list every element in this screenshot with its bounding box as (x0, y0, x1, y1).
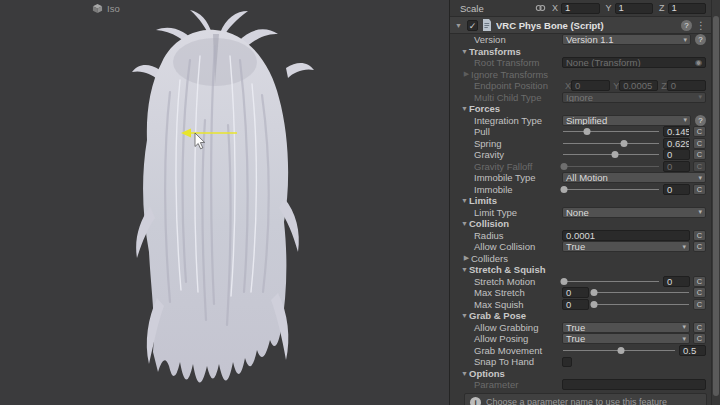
immobile-value-field[interactable]: 0 (663, 184, 690, 195)
root-transform-object-field[interactable]: None (Transform) ◉ (562, 57, 706, 68)
transform-scale-row: Scale X 1 Y 1 Z 1 (450, 0, 711, 17)
slider-thumb[interactable] (618, 347, 625, 354)
pull-slider[interactable] (562, 126, 660, 137)
row-ignore-transforms[interactable]: ▶ Ignore Transforms (450, 69, 711, 81)
row-colliders[interactable]: ▶ Colliders (450, 253, 711, 265)
endpoint-z-field[interactable]: 0 (667, 80, 706, 91)
grab-movement-label: Grab Movement (450, 345, 562, 356)
root-transform-label: Root Transform (450, 57, 562, 68)
allow-posing-dropdown[interactable]: True ▾ (562, 333, 690, 344)
endpoint-y-field[interactable]: 0.0005 (619, 80, 658, 91)
stretch-motion-value-field[interactable]: 0 (663, 276, 690, 287)
row-pull: Pull 0.145 C (450, 126, 711, 138)
dropdown-arrow-icon: ▾ (683, 116, 687, 124)
section-title: Limits (469, 195, 497, 206)
stretch-motion-slider[interactable] (562, 276, 660, 287)
gravity-falloff-slider[interactable] (562, 161, 660, 172)
inspector-scrollbar[interactable] (711, 0, 720, 405)
integration-type-help-button[interactable]: ? (695, 115, 706, 126)
row-immobile-type: Immobile Type All Motion ▾ (450, 172, 711, 184)
radius-label: Radius (450, 230, 562, 241)
scene-orientation-widget[interactable]: Iso (92, 3, 120, 14)
slider-thumb[interactable] (620, 140, 627, 147)
multi-child-type-dropdown[interactable]: Ignore ▾ (562, 92, 706, 103)
max-stretch-curve-button[interactable]: C (693, 287, 706, 298)
scene-viewport[interactable]: Iso (0, 0, 449, 405)
allow-grabbing-dropdown[interactable]: True ▾ (562, 322, 690, 333)
gravity-value-field[interactable]: 0 (663, 149, 690, 160)
max-squish-label: Max Squish (450, 299, 562, 310)
allow-posing-curve-button[interactable]: C (693, 333, 706, 344)
scale-z-field[interactable]: 1 (668, 3, 706, 14)
section-limits[interactable]: ▼ Limits (450, 195, 711, 207)
radius-field[interactable]: 0.0001 (562, 230, 690, 241)
slider-thumb[interactable] (560, 163, 567, 170)
pull-curve-button[interactable]: C (693, 126, 706, 137)
slider-thumb[interactable] (590, 301, 597, 308)
limit-type-value: None (566, 207, 589, 218)
snap-to-hand-label: Snap To Hand (450, 356, 562, 367)
spring-curve-button[interactable]: C (693, 138, 706, 149)
foldout-open-icon: ▼ (460, 220, 469, 227)
row-spring: Spring 0.629 C (450, 138, 711, 150)
section-forces[interactable]: ▼ Forces (450, 103, 711, 115)
allow-posing-label: Allow Posing (450, 333, 562, 344)
gravity-slider[interactable] (562, 149, 660, 160)
grab-movement-slider[interactable] (562, 345, 676, 356)
section-grab-pose[interactable]: ▼ Grab & Pose (450, 310, 711, 322)
gravity-falloff-curve-button[interactable]: C (693, 161, 706, 172)
component-foldout-icon[interactable]: ▼ (454, 22, 463, 29)
immobile-curve-button[interactable]: C (693, 184, 706, 195)
max-squish-curve-button[interactable]: C (693, 299, 706, 310)
allow-collision-dropdown[interactable]: True ▾ (562, 241, 690, 252)
colliders-label: Colliders (471, 253, 508, 264)
immobile-type-dropdown[interactable]: All Motion ▾ (562, 172, 706, 183)
scrollbar-thumb[interactable] (713, 16, 719, 396)
section-options[interactable]: ▼ Options (450, 368, 711, 380)
gravity-curve-button[interactable]: C (693, 149, 706, 160)
snap-to-hand-checkbox[interactable] (562, 357, 572, 367)
version-help-button[interactable]: ? (695, 34, 706, 45)
object-picker-icon[interactable]: ◉ (695, 58, 702, 68)
component-header[interactable]: ▼ ✓ VRC Phys Bone (Script) ? ⋮ (450, 17, 711, 34)
foldout-open-icon: ▼ (460, 48, 469, 55)
allow-collision-curve-button[interactable]: C (693, 241, 706, 252)
version-dropdown[interactable]: Version 1.1 ▾ (562, 34, 691, 45)
radius-curve-button[interactable]: C (693, 230, 706, 241)
component-enabled-checkbox[interactable]: ✓ (467, 20, 478, 31)
max-squish-slider[interactable] (592, 299, 690, 310)
component-help-button[interactable]: ? (681, 20, 692, 31)
slider-thumb[interactable] (560, 278, 567, 285)
integration-type-label: Integration Type (450, 115, 562, 126)
allow-grabbing-curve-button[interactable]: C (693, 322, 706, 333)
spring-slider[interactable] (562, 138, 660, 149)
parameter-field[interactable] (562, 379, 706, 390)
max-stretch-label: Max Stretch (450, 287, 562, 298)
link-constrain-icon[interactable] (535, 3, 546, 13)
slider-thumb[interactable] (590, 289, 597, 296)
section-title: Options (469, 368, 505, 379)
row-parameter: Parameter (450, 379, 711, 391)
max-squish-value-field[interactable]: 0 (562, 299, 589, 310)
scale-x-field[interactable]: 1 (561, 3, 599, 14)
max-stretch-slider[interactable] (592, 287, 690, 298)
slider-thumb[interactable] (611, 151, 618, 158)
section-stretch-squish[interactable]: ▼ Stretch & Squish (450, 264, 711, 276)
limit-type-dropdown[interactable]: None ▾ (562, 207, 706, 218)
slider-thumb[interactable] (560, 186, 567, 193)
section-collision[interactable]: ▼ Collision (450, 218, 711, 230)
section-transforms[interactable]: ▼ Transforms (450, 46, 711, 58)
scale-y-field[interactable]: 1 (615, 3, 653, 14)
max-stretch-value-field[interactable]: 0 (562, 287, 589, 298)
gravity-falloff-value-field[interactable]: 0 (663, 161, 690, 172)
immobile-slider[interactable] (562, 184, 660, 195)
stretch-motion-curve-button[interactable]: C (693, 276, 706, 287)
integration-type-dropdown[interactable]: Simplified ▾ (562, 115, 691, 126)
slider-thumb[interactable] (584, 128, 591, 135)
grab-movement-value-field[interactable]: 0.5 (679, 345, 706, 356)
row-allow-posing: Allow Posing True ▾ C (450, 333, 711, 345)
spring-value-field[interactable]: 0.629 (663, 138, 690, 149)
endpoint-x-field[interactable]: 0 (571, 80, 610, 91)
component-menu-icon[interactable]: ⋮ (696, 20, 706, 31)
pull-value-field[interactable]: 0.145 (663, 126, 690, 137)
